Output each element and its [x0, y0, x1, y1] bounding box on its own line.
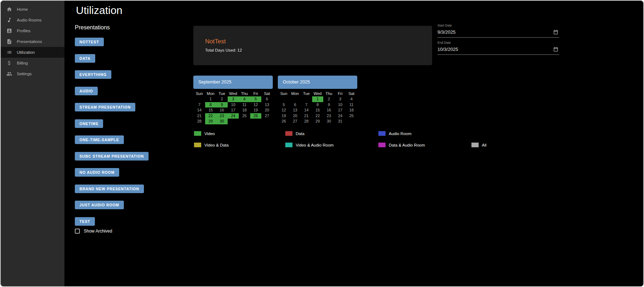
calendar-day: 12 [278, 107, 290, 113]
legend-color-swatch [378, 143, 386, 147]
legend-item-data-audio-room: Data & Audio Room [378, 143, 471, 147]
presentation-button-everything[interactable]: EVERYTHING [75, 70, 111, 79]
calendar-day-of-week-header: Fri [335, 91, 346, 96]
presentation-button-data[interactable]: DATA [75, 54, 95, 63]
sidebar-item-presentations[interactable]: Presentations [1, 36, 64, 47]
calendar-day-of-week-header: Sun [194, 91, 205, 96]
calendar-day: 11 [346, 102, 357, 108]
calendar-day-of-week-header: Tue [216, 91, 228, 96]
sidebar-item-label: Home [17, 7, 28, 11]
calendar-day-highlighted: 22 [205, 113, 217, 119]
calendar-month-header: October 2025 [278, 76, 357, 89]
calendar-day: 18 [346, 107, 357, 113]
calendar-day-of-week-header: Mon [290, 91, 301, 96]
legend-label: Data [296, 131, 304, 136]
calendar-day: 1 [205, 96, 217, 102]
start-date-input[interactable] [437, 29, 541, 35]
presentation-button-subc-stream-presentation[interactable]: SUBC STREAM PRESENTATION [75, 152, 149, 161]
calendar-day-of-week-header: Mon [205, 91, 217, 96]
sidebar-item-label: Settings [17, 72, 32, 76]
calendar-day: 12 [250, 102, 262, 108]
sidebar-item-home[interactable]: Home [1, 4, 64, 15]
presentation-button-brand-new-presentation[interactable]: BRAND NEW PRESENTATION [75, 185, 144, 193]
calendar-day [261, 119, 273, 124]
calendar-day [346, 119, 357, 124]
presentation-button-audio[interactable]: AUDIO [75, 87, 98, 95]
calendar-day: 24 [335, 113, 346, 119]
calendar-day-highlighted: 29 [205, 119, 217, 124]
calendar-day: 4 [346, 96, 357, 102]
sidebar-item-label: Presentations [17, 39, 42, 44]
end-date-calendar-button[interactable] [553, 47, 558, 52]
calendar-day: 23 [323, 113, 335, 119]
legend-label: All [482, 143, 486, 147]
show-archived-label: Show Archived [84, 229, 112, 234]
calendar-day: 21 [301, 113, 312, 119]
start-date-calendar-button[interactable] [553, 29, 558, 35]
legend-label: Data & Audio Room [389, 143, 425, 147]
calendar-grid: SunMonTueWedThuFriSat1234567891011121314… [278, 91, 357, 124]
music-note-icon [6, 17, 12, 23]
sidebar-item-audio-rooms[interactable]: Audio Rooms [1, 15, 64, 25]
calendar-day: 5 [278, 102, 290, 108]
calendar-day [194, 96, 205, 102]
presentation-button-nottest[interactable]: NOTTEST [75, 38, 104, 46]
calendar-day: 19 [250, 107, 262, 113]
legend-item-audio-room: Audio Room [378, 131, 471, 136]
calendar-day: 15 [205, 107, 217, 113]
presentation-button-no-audio-room[interactable]: NO AUDIO ROOM [75, 168, 119, 177]
calendar-day: 9 [323, 102, 335, 108]
presentation-button-onetime[interactable]: ONETIME [75, 119, 103, 128]
calendar-month-header: September 2025 [193, 76, 273, 89]
presentations-heading: Presentations [75, 24, 110, 31]
sidebar-item-utilization[interactable]: Utilization [1, 47, 64, 58]
calendar-day-highlighted: 3 [228, 96, 239, 102]
main-content: Utilization Presentations NOTTESTDATAEVE… [64, 1, 643, 286]
legend-label: Video & Data [204, 143, 229, 147]
calendar-day: 14 [194, 107, 205, 113]
calendar-day: 19 [278, 113, 290, 119]
calendar-day-of-week-header: Tue [301, 91, 312, 96]
calendar-day-highlighted: 24 [228, 113, 239, 119]
calendar-day: 2 [323, 96, 335, 102]
page-title: Utilization [76, 4, 122, 16]
presentation-button-test[interactable]: TEST [75, 217, 95, 226]
sidebar-item-settings[interactable]: Settings [1, 68, 64, 79]
presentation-button-list: NOTTESTDATAEVERYTHINGAUDIOSTREAM PRESENT… [75, 38, 149, 226]
dollar-icon [6, 60, 12, 66]
sidebar-item-profiles[interactable]: Profiles [1, 25, 64, 36]
calendar-day: 20 [290, 113, 301, 119]
calendar-day: 16 [216, 107, 228, 113]
calendar-day [301, 96, 312, 102]
calendar-day: 27 [261, 113, 273, 119]
calendar-day: 11 [239, 102, 250, 108]
calendar-day: 3 [335, 96, 346, 102]
calendar-day [278, 96, 290, 102]
total-days-used: Total Days Used: 12 [205, 48, 432, 52]
sidebar-item-billing[interactable]: Billing [1, 58, 64, 68]
presentation-button-stream-presentation[interactable]: STREAM PRESENTATION [75, 103, 135, 111]
end-date-input[interactable] [437, 47, 541, 52]
list-icon [6, 49, 12, 55]
calendar-day-of-week-header: Thu [239, 91, 250, 96]
presentation-name: NotTest [205, 38, 432, 45]
calendar-day [228, 119, 239, 124]
sidebar-item-label: Utilization [17, 50, 35, 54]
calendar-day-of-week-header: Sat [346, 91, 357, 96]
document-icon [6, 39, 12, 44]
calendar-day: 17 [228, 107, 239, 113]
sidebar-item-label: Profiles [17, 29, 30, 33]
calendar-day: 7 [301, 102, 312, 108]
legend-label: Video [204, 131, 215, 136]
end-date-label: End Date [437, 41, 559, 44]
legend-color-swatch [285, 131, 292, 136]
calendar-october-2025: October 2025SunMonTueWedThuFriSat1234567… [278, 76, 357, 124]
show-archived-checkbox[interactable] [75, 229, 80, 234]
calendar-day-highlighted: 26 [250, 113, 262, 119]
calendar-day-highlighted: 9 [216, 102, 228, 108]
sidebar-item-label: Audio Rooms [17, 18, 42, 22]
calendar-day [290, 96, 301, 102]
calendar-day [239, 119, 250, 124]
presentation-button-one-time-sample[interactable]: ONE-TIME-SAMPLE [75, 135, 124, 144]
presentation-button-just-audio-room[interactable]: JUST AUDIO ROOM [75, 201, 124, 209]
